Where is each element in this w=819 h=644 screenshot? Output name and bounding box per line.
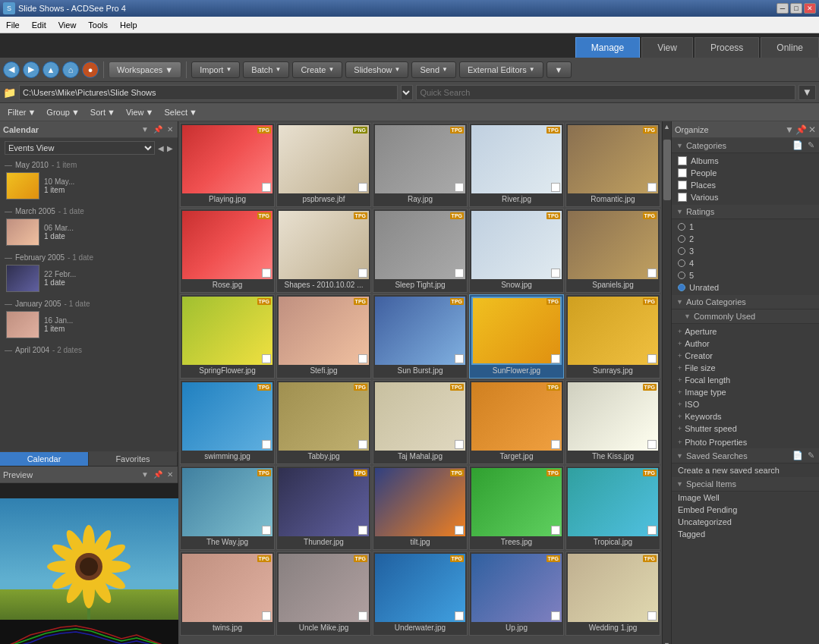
file-item-8[interactable]: TPG Snow.jpg (469, 209, 564, 293)
file-check-11[interactable] (358, 354, 367, 363)
ratings-section-header[interactable]: ▼ Ratings (672, 205, 819, 219)
address-dropdown[interactable] (401, 85, 413, 100)
menu-file[interactable]: File (0, 17, 26, 33)
file-check-22[interactable] (455, 526, 464, 535)
cal-item-feb22[interactable]: 22 Febr... 1 date (5, 263, 173, 294)
organize-close-button[interactable]: ✕ (808, 124, 816, 135)
menu-help[interactable]: Help (114, 17, 143, 33)
organize-menu-button[interactable]: ▼ (785, 124, 794, 135)
calendar-pin-button[interactable]: 📌 (152, 124, 164, 134)
file-item-17[interactable]: TPG Taj Mahal.jpg (373, 380, 468, 464)
menu-tools[interactable]: Tools (82, 17, 114, 33)
cat-item-albums[interactable]: Albums (678, 155, 813, 167)
expand-keywords[interactable]: + Keywords (678, 410, 813, 423)
file-item-1[interactable]: PNG pspbrwse.jbf (276, 123, 371, 207)
file-check-17[interactable] (455, 440, 464, 449)
rating-2[interactable]: 2 (678, 233, 813, 245)
file-item-0[interactable]: TPG Playing.jpg (180, 123, 275, 207)
file-item-9[interactable]: TPG Spaniels.jpg (565, 209, 660, 293)
file-item-16[interactable]: TPG Tabby.jpg (276, 380, 371, 464)
rating-radio-2[interactable] (678, 235, 685, 243)
preview-pin-button[interactable]: 📌 (152, 470, 164, 479)
file-check-6[interactable] (358, 269, 367, 278)
tab-view[interactable]: View (641, 37, 693, 58)
file-item-5[interactable]: TPG Rose.jpg (180, 209, 275, 293)
menu-edit[interactable]: Edit (26, 17, 52, 33)
calendar-menu-button[interactable]: ▼ (140, 124, 150, 134)
address-input[interactable] (19, 85, 398, 100)
file-item-20[interactable]: TPG The Way.jpg (180, 466, 275, 550)
cal-item-mar06[interactable]: 06 Mar... 1 date (5, 217, 173, 247)
file-item-18[interactable]: TPG Target.jpg (469, 380, 564, 464)
preview-close-button[interactable]: ✕ (165, 470, 175, 479)
search-input[interactable] (416, 85, 795, 100)
file-check-21[interactable] (358, 526, 367, 535)
create-button[interactable]: Create ▼ (292, 61, 342, 78)
categories-section-header[interactable]: ▼ Categories 📄 ✎ (672, 138, 819, 153)
file-item-2[interactable]: TPG Ray.jpg (373, 123, 468, 207)
cat-checkbox-places[interactable] (678, 181, 687, 190)
file-check-0[interactable] (262, 183, 271, 192)
file-item-15[interactable]: TPG swimming.jpg (180, 380, 275, 464)
expand-aperture[interactable]: + Aperture (678, 325, 813, 338)
rating-1[interactable]: 1 (678, 221, 813, 233)
rating-unrated[interactable]: Unrated (678, 281, 813, 294)
maximize-button[interactable]: □ (790, 3, 802, 14)
create-saved-search-button[interactable]: Create a new saved search (672, 463, 819, 477)
file-check-19[interactable] (647, 440, 657, 449)
nav-up-button[interactable]: ▲ (43, 61, 59, 78)
file-check-4[interactable] (647, 183, 657, 192)
cal-item-jan16[interactable]: 16 Jan... 1 item (5, 309, 173, 340)
nav-forward-button[interactable]: ▶ (23, 61, 39, 78)
file-check-1[interactable] (358, 183, 367, 192)
file-check-7[interactable] (455, 269, 464, 278)
special-item-uncategorized[interactable]: Uncategorized (672, 516, 819, 528)
cat-item-places[interactable]: Places (678, 179, 813, 191)
rating-4[interactable]: 4 (678, 257, 813, 269)
expand-shutterspeed[interactable]: + Shutter speed (678, 423, 813, 435)
file-check-13[interactable] (551, 354, 560, 363)
file-check-26[interactable] (358, 611, 367, 620)
file-check-18[interactable] (551, 440, 560, 449)
file-check-12[interactable] (455, 354, 464, 363)
file-check-28[interactable] (551, 611, 560, 620)
tab-calendar[interactable]: Calendar (0, 452, 89, 466)
file-check-23[interactable] (551, 526, 560, 535)
rating-5[interactable]: 5 (678, 269, 813, 281)
file-item-29[interactable]: TPG Wedding 1.jpg (565, 551, 660, 636)
cat-checkbox-various[interactable] (678, 193, 687, 202)
cat-checkbox-people[interactable] (678, 168, 687, 177)
file-check-15[interactable] (262, 440, 271, 449)
file-check-16[interactable] (358, 440, 367, 449)
menu-view[interactable]: View (52, 17, 83, 33)
select-button[interactable]: Select ▼ (159, 107, 201, 118)
batch-button[interactable]: Batch ▼ (243, 61, 289, 78)
file-check-24[interactable] (647, 526, 657, 535)
filter-button[interactable]: Filter ▼ (3, 107, 40, 118)
cat-checkbox-albums[interactable] (678, 156, 687, 165)
commonly-used-section-header[interactable]: ▼ Commonly Used (672, 309, 819, 324)
file-item-12[interactable]: TPG Sun Burst.jpg (373, 294, 468, 379)
file-check-3[interactable] (551, 183, 560, 192)
categories-edit-icon[interactable]: ✎ (808, 140, 814, 150)
events-view-select[interactable]: Events View (5, 141, 155, 155)
file-check-25[interactable] (262, 611, 271, 620)
file-item-25[interactable]: TPG twins.jpg (180, 551, 275, 636)
saved-search-new-icon[interactable]: 📄 (792, 451, 803, 460)
tab-process[interactable]: Process (695, 37, 759, 58)
file-check-10[interactable] (262, 354, 271, 363)
expand-creator[interactable]: + Creator (678, 350, 813, 362)
file-item-11[interactable]: TPG Stefi.jpg (276, 294, 371, 379)
file-item-23[interactable]: TPG Trees.jpg (469, 466, 564, 550)
file-check-5[interactable] (262, 269, 271, 278)
tab-manage[interactable]: Manage (575, 37, 640, 58)
search-dropdown-button[interactable]: ▼ (799, 85, 816, 100)
grid-scrollbar[interactable]: ▲ ▼ (662, 121, 671, 644)
sort-button[interactable]: Sort ▼ (86, 107, 120, 118)
file-item-26[interactable]: TPG Uncle Mike.jpg (276, 551, 371, 636)
import-button[interactable]: Import ▼ (191, 61, 240, 78)
calendar-close-button[interactable]: ✕ (165, 124, 175, 134)
file-check-29[interactable] (647, 611, 657, 620)
organize-pin-button[interactable]: 📌 (795, 124, 807, 135)
expand-focallength[interactable]: + Focal length (678, 374, 813, 386)
